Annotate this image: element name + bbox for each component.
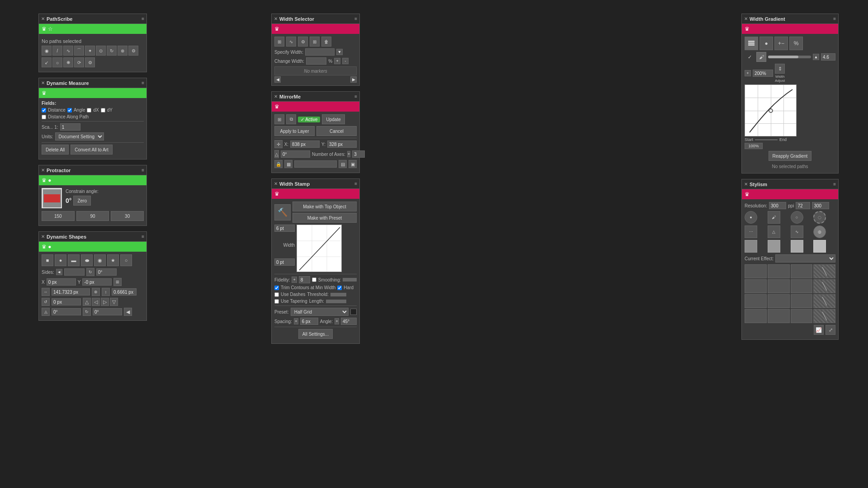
mm-cancel-btn[interactable]: Cancel [316,126,357,136]
ws-tool1[interactable]: ⊞ [274,37,284,47]
tool-r5[interactable]: ⚙ [85,57,95,67]
angle-checkbox[interactable] [67,108,72,113]
scale-input[interactable] [60,123,80,131]
delete-all-btn[interactable]: Delete All [42,145,69,155]
preset-1[interactable] [745,264,767,278]
tapering-checkbox[interactable] [274,299,279,304]
wg-plus-minus-icon[interactable]: +− [774,37,788,50]
shape-pill[interactable]: ▬ [68,254,80,266]
ws-tool4[interactable]: ⊞ [310,37,320,47]
tool-r4[interactable]: ⟳ [74,57,84,67]
proto-close[interactable]: ✕ [41,168,45,173]
eff-dashed[interactable]: ◌ [813,211,826,224]
tool-r3[interactable]: ❋ [63,57,73,67]
wg-zoom-input[interactable] [753,70,773,77]
dx-check[interactable]: dX [87,108,99,113]
swatch-3[interactable] [791,240,803,253]
tool-gear[interactable]: ⚙ [128,46,138,56]
sty-close[interactable]: ✕ [744,182,748,187]
proto-menu[interactable]: ≡ [142,168,144,173]
res-input3[interactable] [812,202,829,209]
flip-r[interactable]: ▽ [110,298,118,306]
mm-axes-up[interactable]: + [347,151,350,157]
preset-9[interactable] [745,294,767,308]
height-input[interactable] [112,288,137,296]
smooth-slider[interactable] [343,278,357,282]
preset-13[interactable] [745,309,767,323]
preset-5[interactable] [745,279,767,293]
hard-check[interactable]: Hard [337,285,354,290]
ws-prev[interactable]: ◀ [274,76,281,83]
tool-circle[interactable]: ◉ [42,46,52,56]
shape-circle[interactable]: ● [55,254,66,266]
wst-bot-input[interactable] [274,258,295,266]
dm-menu[interactable]: ≡ [142,80,144,85]
tool-spiral[interactable]: ⊙ [96,46,106,56]
wg-menu[interactable]: ≡ [833,16,836,21]
x-input[interactable] [47,278,76,286]
angle-icon2[interactable]: ↻ [83,308,91,316]
threshold-slider[interactable] [330,293,346,296]
distance-check[interactable]: Distance [42,108,66,113]
reapply-btn[interactable]: Reapply Gradient [769,151,812,161]
eff-ring[interactable]: ○ [791,211,803,224]
preset-6[interactable] [768,279,790,293]
tool-curve[interactable]: ⌒ [74,46,84,56]
eff-sphere[interactable]: ◍ [813,225,826,238]
eff-triangle[interactable]: △ [768,225,780,238]
wg-check-icon[interactable]: ✓ [745,52,755,62]
wg-brush-icon[interactable]: 🖌 [756,52,766,62]
hard-checkbox[interactable] [337,286,342,290]
preset-12[interactable]: ╲ [813,294,835,308]
angle-check[interactable]: Angle [67,108,85,113]
mm-slider[interactable] [294,160,337,168]
make-preset-btn[interactable]: Make with Preset [292,213,357,223]
tool-target[interactable]: ⊗ [118,46,127,56]
preset-4[interactable]: ╲ [813,264,835,278]
mm-angle-input[interactable] [281,150,310,158]
preset-14[interactable] [768,309,790,323]
dist-along-checkbox[interactable] [42,115,46,119]
spacing-input[interactable] [300,318,318,325]
swatch-4[interactable] [813,240,826,253]
smoothing-checkbox[interactable] [312,277,316,282]
dy-check[interactable]: dY [101,108,113,113]
color-swatch[interactable] [350,309,357,315]
swatch-1[interactable] [745,240,757,253]
pathscribe-close[interactable]: ✕ [41,16,45,21]
flip-v[interactable]: △ [83,298,91,306]
ws-tool3[interactable]: ⚙ [298,37,308,47]
sides-spin-down[interactable]: ◄ [56,269,62,275]
pathscribe-menu[interactable]: ≡ [142,16,144,21]
preset-select[interactable]: Half Grid [291,308,349,316]
preset-16[interactable]: ╲ [813,309,835,323]
res-input1[interactable] [769,202,786,209]
wg-percent-icon[interactable]: % [789,37,803,50]
angle-input2[interactable] [93,308,122,315]
mm-extra1[interactable]: ▤ [339,160,347,168]
flip-h[interactable]: ◁ [92,298,100,306]
trim-checkbox[interactable] [274,286,279,290]
ds-menu[interactable]: ≡ [142,234,144,239]
swatch-2[interactable] [768,240,780,253]
wg-brush-slider[interactable] [768,56,811,58]
fidelity-up[interactable]: + [292,277,297,283]
mm-axes-input[interactable] [352,150,365,158]
mm-y-input[interactable] [327,141,357,148]
preset-2[interactable] [768,264,790,278]
eff-brush[interactable]: 🖌 [768,211,780,224]
tool-star[interactable]: ✦ [85,46,95,56]
change-dn[interactable]: - [342,58,349,64]
ws-next[interactable]: ▶ [350,76,357,83]
specify-input[interactable] [305,48,335,56]
specify-spin[interactable]: ▼ [336,49,343,55]
dx-checkbox[interactable] [87,108,91,113]
mm-pattern[interactable]: ▦ [284,160,292,168]
convert-all-btn[interactable]: Convert All to Art [71,145,112,155]
btn-30[interactable]: 30 [111,211,144,221]
change-input[interactable] [306,57,326,65]
spacing-up[interactable]: + [294,318,298,324]
trim-check[interactable]: Trim Contours at Min Width [274,285,335,290]
rotate-input[interactable] [52,298,81,305]
wg-value-up[interactable]: ▲ [813,54,819,60]
